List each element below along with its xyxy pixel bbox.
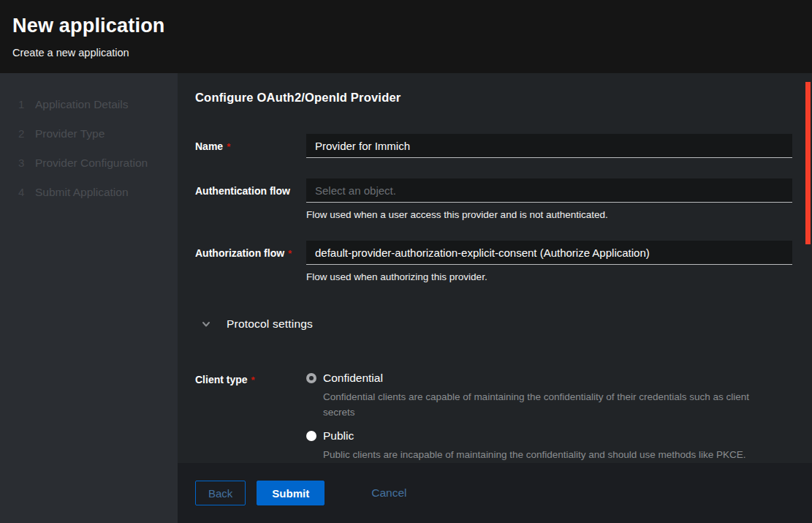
step-number: 4	[18, 186, 29, 198]
chevron-down-icon	[201, 319, 211, 329]
client-type-row: Client type* Confidential Confidential c…	[195, 372, 792, 463]
page-subtitle: Create a new application	[12, 47, 800, 59]
required-indicator: *	[288, 248, 292, 259]
public-radio-description: Public clients are incapable of maintain…	[323, 448, 762, 463]
confidential-radio[interactable]: Confidential	[306, 372, 792, 385]
back-button[interactable]: Back	[195, 481, 246, 505]
confidential-radio-description: Confidential clients are capable of main…	[323, 390, 762, 421]
client-type-option-confidential: Confidential Confidential clients are ca…	[306, 372, 792, 421]
authorization-flow-label: Authorization flow	[195, 247, 284, 259]
scrollbar-thumb[interactable]	[805, 82, 811, 244]
cancel-link[interactable]: Cancel	[371, 486, 406, 500]
authentication-flow-select[interactable]	[306, 178, 792, 203]
protocol-settings-label: Protocol settings	[227, 317, 313, 331]
radio-unselected-icon[interactable]	[306, 431, 316, 441]
authentication-flow-row: Authentication flow Flow used when a use…	[195, 178, 792, 220]
wizard-step-provider-configuration[interactable]: 3 Provider Configuration	[18, 157, 170, 173]
step-number: 2	[18, 127, 29, 140]
protocol-settings-toggle[interactable]: Protocol settings	[201, 317, 792, 331]
authorization-flow-select[interactable]	[306, 241, 792, 265]
radio-selected-icon[interactable]	[306, 373, 316, 383]
step-label: Submit Application	[35, 186, 129, 199]
confidential-radio-label: Confidential	[323, 372, 383, 385]
authorization-flow-help: Flow used when authorizing this provider…	[306, 271, 792, 282]
new-application-wizard: New application Create a new application…	[0, 0, 812, 523]
wizard-footer: Back Submit Cancel	[178, 463, 812, 523]
required-indicator: *	[251, 375, 255, 385]
form-heading: Configure OAuth2/OpenId Provider	[195, 91, 792, 105]
authorization-flow-row: Authorization flow* Flow used when autho…	[195, 241, 792, 282]
client-type-option-public: Public Public clients are incapable of m…	[306, 429, 792, 463]
step-label: Provider Configuration	[35, 157, 148, 170]
wizard-steps-sidebar: 1 Application Details 2 Provider Type 3 …	[0, 73, 178, 523]
wizard-header: New application Create a new application	[0, 0, 812, 73]
name-label: Name	[195, 140, 223, 152]
page-title: New application	[12, 15, 800, 37]
client-type-label: Client type	[195, 374, 248, 385]
wizard-step-application-details[interactable]: 1 Application Details	[18, 98, 170, 114]
name-field-row: Name*	[195, 134, 792, 158]
submit-button[interactable]: Submit	[257, 481, 325, 505]
name-input[interactable]	[306, 134, 792, 158]
provider-config-form: Configure OAuth2/OpenId Provider Name* A…	[178, 73, 812, 463]
public-radio-label: Public	[323, 429, 354, 443]
step-label: Application Details	[35, 98, 129, 111]
authentication-flow-label: Authentication flow	[195, 185, 290, 197]
step-label: Provider Type	[35, 127, 105, 140]
authentication-flow-help: Flow used when a user access this provid…	[306, 209, 792, 220]
required-indicator: *	[227, 141, 230, 152]
public-radio[interactable]: Public	[306, 429, 792, 443]
step-number: 3	[18, 157, 29, 169]
wizard-step-submit-application[interactable]: 4 Submit Application	[18, 186, 170, 202]
step-number: 1	[18, 98, 29, 110]
wizard-step-provider-type[interactable]: 2 Provider Type	[18, 127, 170, 143]
